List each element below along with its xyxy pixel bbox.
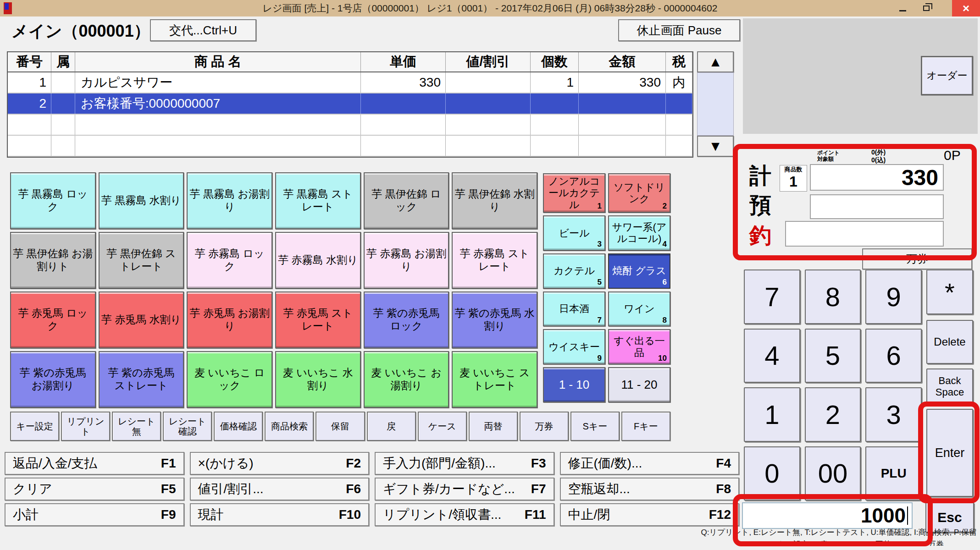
product-button[interactable]: 芋 黒伊佐錦 ロック [364,172,449,229]
utility-button[interactable]: 価格確認 [214,412,263,441]
category-button[interactable]: ビール3 [543,215,605,251]
product-button[interactable]: 麦 いいちこ 水割り [275,351,361,408]
function-key-button[interactable]: 値引/割引...F6 [190,478,370,500]
category-button[interactable]: 日本酒7 [543,292,605,327]
table-row[interactable]: 2お客様番号:0000000007 [8,94,692,115]
function-key-button[interactable]: ギフト券/カードなど...F7 [375,478,554,500]
numpad-key-3[interactable]: 3 [865,387,922,442]
product-button[interactable]: 麦 いいちこ お湯割り [364,351,449,408]
function-key-button[interactable]: 中止/閉F12 [560,503,740,526]
scroll-track[interactable] [697,72,734,136]
function-key-button[interactable]: リプリント/領収書...F11 [375,503,554,526]
numpad-key-6[interactable]: 6 [865,329,922,383]
product-button[interactable]: 芋 黒伊佐錦 ストレート [99,232,184,289]
product-button[interactable]: 芋 赤霧島 ストレート [452,232,537,289]
product-button[interactable]: 芋 赤兎馬 お湯割り [187,292,272,348]
numpad-key-PLU[interactable]: PLU [865,446,922,501]
table-row[interactable] [8,136,692,157]
function-key-button[interactable]: 空瓶返却...F8 [560,478,740,500]
swap-button[interactable]: 交代...Ctrl+U [150,19,256,41]
function-key-button[interactable]: 修正(価/数)...F4 [560,452,740,475]
category-button[interactable]: 1 - 10 [543,367,605,402]
product-button[interactable]: 芋 赤兎馬 水割り [99,292,184,348]
category-button[interactable]: すぐ出る一品10 [608,329,670,364]
table-cell-no: 1 [8,72,51,93]
table-header-row: 番号属商 品 名単価値/割引個数金額税 [8,52,692,72]
category-number: 3 [598,240,602,249]
scroll-up-button[interactable]: ▲ [697,51,734,72]
utility-button[interactable]: 万券 [520,412,569,441]
close-button[interactable]: × [952,0,980,16]
category-button[interactable]: 焼酎 グラス6 [608,253,670,289]
product-button[interactable]: 芋 赤霧島 ロック [187,232,272,289]
utility-button[interactable]: ケース [418,412,467,441]
category-button[interactable]: ワイン8 [608,292,670,327]
numpad-key-0[interactable]: 0 [744,446,800,501]
function-key-button[interactable]: 現計F10 [190,503,370,526]
utility-button[interactable]: 両替 [469,412,518,441]
category-button[interactable]: ソフトドリンク2 [608,173,670,213]
product-button[interactable]: 芋 黒霧島 ストレート [275,172,361,229]
utility-button[interactable]: リプリント [61,412,110,441]
category-label: 焼酎 グラス [612,265,666,276]
category-button[interactable]: カクテル5 [543,253,605,289]
product-button[interactable]: 麦 いいちこ ストレート [452,351,537,408]
category-button[interactable]: ノンアルコールカクテル1 [543,173,605,213]
numpad-key-star[interactable]: * [926,270,973,314]
category-number: 10 [658,354,667,363]
function-key-button[interactable]: クリアF5 [5,478,184,500]
order-button[interactable]: オーダー [921,56,973,95]
product-button[interactable]: 芋 赤兎馬 ロック [10,292,96,348]
product-button[interactable]: 芋 紫の赤兎馬 ロック [364,292,449,348]
utility-button[interactable]: Fキー [621,412,670,441]
product-button[interactable]: 芋 黒霧島 水割り [99,172,184,229]
numpad-key-7[interactable]: 7 [744,270,800,324]
utility-button[interactable]: レシート無 [112,412,161,441]
utility-button[interactable]: レシート確認 [163,412,212,441]
numpad-key-9[interactable]: 9 [865,270,922,324]
utility-button[interactable]: 保留 [316,412,365,441]
backspace-key[interactable]: Back Space [926,368,973,404]
product-button[interactable]: 芋 赤霧島 水割り [275,232,361,289]
product-button[interactable]: 芋 紫の赤兎馬 お湯割り [10,351,96,408]
table-cell-discount [446,136,531,156]
point-target-label-line2: 対象額 [817,156,840,162]
numpad-key-2[interactable]: 2 [805,387,861,442]
category-button[interactable]: 11 - 20 [608,367,670,402]
product-button[interactable]: 芋 赤霧島 お湯割り [364,232,449,289]
manken-button[interactable]: 万券 [862,248,972,270]
utility-button[interactable]: 戻 [367,412,416,441]
category-button[interactable]: サワー系(アルコール)4 [608,215,670,251]
category-button[interactable]: ウイスキー9 [543,329,605,364]
product-button[interactable]: 芋 黒霧島 ロック [10,172,96,229]
table-row[interactable] [8,115,692,136]
numpad-key-00[interactable]: 00 [805,446,861,501]
product-button[interactable]: 麦 いいちこ ロック [187,351,272,408]
enter-key[interactable]: Enter [926,409,973,497]
table-cell-qty [531,115,579,135]
numpad-key-8[interactable]: 8 [805,270,861,324]
product-button[interactable]: 芋 黒伊佐錦 お湯割りト [10,232,96,289]
restore-button[interactable] [915,0,937,16]
utility-button[interactable]: Sキー [570,412,620,441]
utility-button[interactable]: キー設定 [10,412,59,441]
product-button[interactable]: 芋 赤兎馬 ストレート [275,292,361,348]
table-row[interactable]: 1カルピスサワー3301330内 [8,72,692,94]
function-key-button[interactable]: 小計F9 [5,503,184,526]
delete-key[interactable]: Delete [926,320,973,364]
pause-screen-button[interactable]: 休止画面 Pause [618,19,740,41]
numpad-key-1[interactable]: 1 [744,387,800,442]
function-key-button[interactable]: 手入力(部門/金額)...F3 [375,452,554,475]
product-button[interactable]: 芋 黒伊佐錦 水割り [452,172,537,229]
product-button[interactable]: 芋 黒霧島 お湯割り [187,172,272,229]
scroll-down-button[interactable]: ▼ [697,136,734,157]
function-key-button[interactable]: 返品/入金/支払F1 [5,452,184,475]
numpad-key-5[interactable]: 5 [805,329,861,383]
amount-entry-field[interactable]: 1000 [742,502,913,529]
numpad-key-4[interactable]: 4 [744,329,800,383]
utility-button[interactable]: 商品検索 [265,412,314,441]
product-button[interactable]: 芋 紫の赤兎馬 水割り [452,292,537,348]
product-button[interactable]: 芋 紫の赤兎馬 ストレート [99,351,184,408]
function-key-button[interactable]: ×(かける)F2 [190,452,370,475]
minimize-button[interactable] [892,0,913,16]
